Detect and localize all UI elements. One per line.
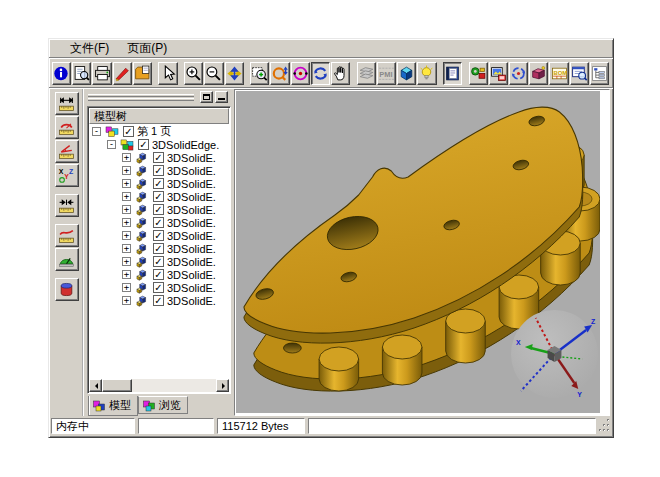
measure-radius-button[interactable] [55, 116, 79, 139]
update-button[interactable] [509, 62, 528, 85]
info-button[interactable] [52, 62, 71, 85]
tree-row[interactable]: -✓第 1 页 [89, 125, 229, 138]
measure-distance-button[interactable] [55, 92, 79, 115]
tree-row[interactable]: -✓3DSolidEdge. [89, 138, 229, 151]
tree-checkbox[interactable]: ✓ [153, 295, 164, 306]
expand-toggle[interactable]: + [122, 270, 131, 279]
tree-node-label[interactable]: 第 1 页 [137, 125, 171, 139]
tree-node-label[interactable]: 3DSolidE. [167, 165, 216, 177]
panel-minimize-button[interactable] [215, 91, 228, 103]
expand-toggle[interactable]: + [122, 231, 131, 240]
expand-toggle[interactable]: + [122, 283, 131, 292]
tree-row[interactable]: +✓3DSolidE. [89, 164, 229, 177]
print-button[interactable] [92, 62, 111, 85]
menu-item-page[interactable]: 页面(P) [118, 39, 176, 58]
tree-row[interactable]: +✓3DSolidE. [89, 268, 229, 281]
select-cursor-button[interactable] [158, 62, 177, 85]
zoom-out-button[interactable] [204, 62, 223, 85]
render-mode-button[interactable] [397, 62, 416, 85]
expand-toggle[interactable]: + [122, 192, 131, 201]
tree-node-label[interactable]: 3DSolidE. [167, 191, 216, 203]
lighting-button[interactable] [417, 62, 436, 85]
expand-toggle[interactable]: + [122, 166, 131, 175]
tree-row[interactable]: +✓3DSolidE. [89, 255, 229, 268]
tree-checkbox[interactable]: ✓ [153, 230, 164, 241]
tree-checkbox[interactable]: ✓ [153, 152, 164, 163]
tree-node-label[interactable]: 3DSolidE. [167, 230, 216, 242]
tab-browse[interactable]: 浏览 [138, 396, 188, 414]
tree-checkbox[interactable]: ✓ [153, 178, 164, 189]
resize-grip[interactable] [599, 419, 611, 433]
print-preview-button[interactable] [72, 62, 91, 85]
tree-checkbox[interactable]: ✓ [153, 269, 164, 280]
tree-row[interactable]: +✓3DSolidE. [89, 177, 229, 190]
tree-checkbox[interactable]: ✓ [153, 243, 164, 254]
tree-node-label[interactable]: 3DSolidE. [167, 269, 216, 281]
parts-button[interactable] [469, 62, 488, 85]
zoom-extents-button[interactable] [270, 62, 289, 85]
expand-toggle[interactable]: + [122, 205, 131, 214]
bom-button[interactable]: BOM [549, 62, 568, 85]
pan-hand-button[interactable] [331, 62, 350, 85]
scroll-right-button[interactable] [216, 379, 229, 392]
tree-checkbox[interactable]: ✓ [123, 126, 134, 137]
measure-area-button[interactable] [55, 248, 79, 271]
expand-toggle[interactable]: + [122, 257, 131, 266]
tree-checkbox[interactable]: ✓ [153, 191, 164, 202]
scroll-track[interactable] [132, 379, 216, 392]
layers-button[interactable] [357, 62, 376, 85]
tree-row[interactable]: +✓3DSolidE. [89, 151, 229, 164]
menu-item-file[interactable]: 文件(F) [61, 39, 118, 58]
tree-row[interactable]: +✓3DSolidE. [89, 190, 229, 203]
measure-curve-button[interactable] [55, 224, 79, 247]
collapse-toggle[interactable]: - [92, 127, 101, 136]
report-button[interactable] [570, 62, 589, 85]
tree-checkbox[interactable]: ✓ [153, 256, 164, 267]
tree-node-label[interactable]: 3DSolidE. [167, 204, 216, 216]
expand-toggle[interactable]: + [122, 179, 131, 188]
tree-checkbox[interactable]: ✓ [153, 204, 164, 215]
tree-node-label[interactable]: 3DSolidE. [167, 217, 216, 229]
panel-restore-button[interactable] [200, 91, 213, 103]
tree-node-label[interactable]: 3DSolidE. [167, 256, 216, 268]
refresh-button[interactable] [311, 62, 330, 85]
markup-pen-button[interactable] [113, 62, 132, 85]
nav-ball[interactable]: Z Y X [511, 310, 598, 398]
tree-row[interactable]: +✓3DSolidE. [89, 294, 229, 307]
tree-node-label[interactable]: 3DSolidE. [167, 178, 216, 190]
tree-row[interactable]: +✓3DSolidE. [89, 242, 229, 255]
tree-node-label[interactable]: 3DSolidE. [167, 282, 216, 294]
tree-row[interactable]: +✓3DSolidE. [89, 281, 229, 294]
open-file-button[interactable] [133, 62, 152, 85]
viewport-canvas[interactable]: Z Y X [236, 91, 600, 413]
measure-volume-button[interactable] [55, 278, 79, 301]
tree-node-label[interactable]: 3DSolidE. [167, 295, 216, 307]
collapse-toggle[interactable]: - [107, 140, 116, 149]
tree-checkbox[interactable]: ✓ [138, 139, 149, 150]
structure-tree-button[interactable] [590, 62, 609, 85]
tree-node-label[interactable]: 3DSolidEdge. [152, 139, 219, 151]
tree-node-label[interactable]: 3DSolidE. [167, 152, 216, 164]
tab-model[interactable]: 模型 [88, 396, 138, 416]
panel-gripper[interactable] [88, 93, 194, 102]
pan-move-button[interactable] [225, 62, 244, 85]
measure-angle-button[interactable] [55, 140, 79, 163]
expand-toggle[interactable]: + [122, 218, 131, 227]
measure-gap-button[interactable] [55, 194, 79, 217]
pmi-button[interactable]: PMI [377, 62, 396, 85]
scroll-left-button[interactable] [89, 379, 102, 392]
orbit-button[interactable] [291, 62, 310, 85]
snapshot-button[interactable] [489, 62, 508, 85]
notebook-button[interactable] [443, 62, 462, 85]
zoom-in-button[interactable] [184, 62, 203, 85]
tree-row[interactable]: +✓3DSolidE. [89, 203, 229, 216]
scroll-thumb[interactable] [102, 379, 132, 392]
tree-checkbox[interactable]: ✓ [153, 165, 164, 176]
solid-box-button[interactable] [529, 62, 548, 85]
tree-checkbox[interactable]: ✓ [153, 282, 164, 293]
expand-toggle[interactable]: + [122, 153, 131, 162]
tree-node-label[interactable]: 3DSolidE. [167, 243, 216, 255]
zoom-window-button[interactable] [250, 62, 269, 85]
tree-horizontal-scrollbar[interactable] [89, 379, 229, 392]
tree-checkbox[interactable]: ✓ [153, 217, 164, 228]
